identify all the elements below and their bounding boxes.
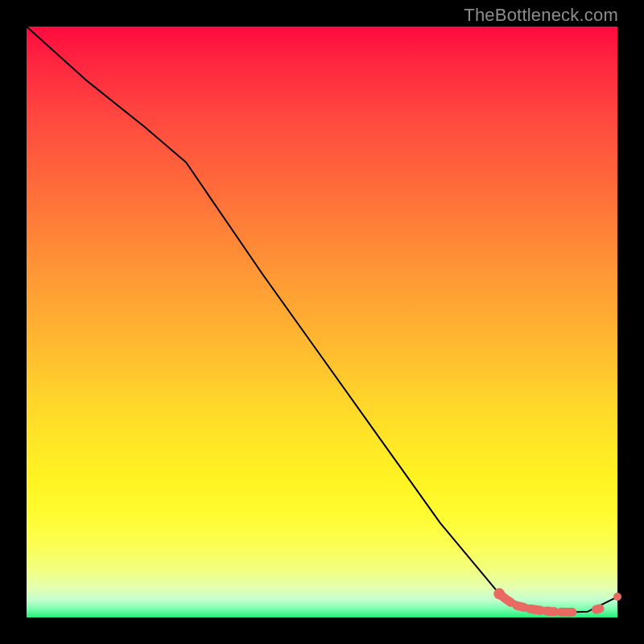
coral-markers [493, 588, 621, 613]
chart-overlay [27, 27, 617, 617]
black-line [27, 27, 617, 613]
svg-point-0 [493, 588, 505, 600]
svg-point-1 [613, 592, 621, 601]
watermark-text: TheBottleneck.com [464, 5, 618, 26]
chart-container: TheBottleneck.com [0, 0, 644, 644]
